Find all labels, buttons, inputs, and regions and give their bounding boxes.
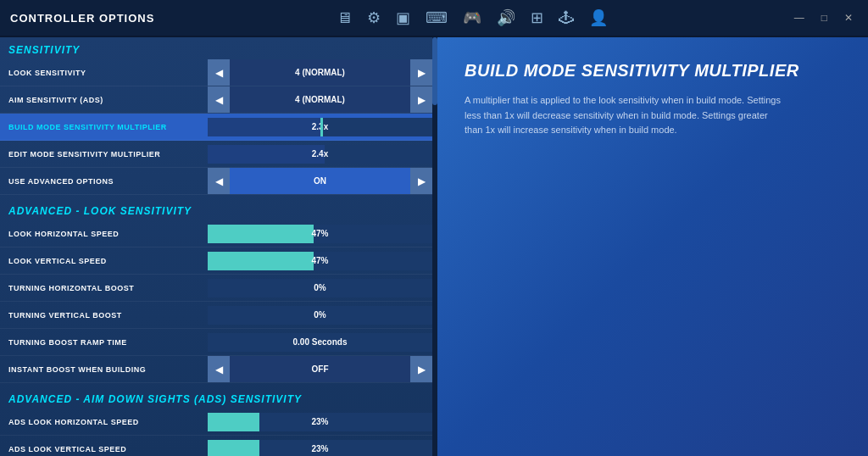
- aim-sensitivity-label: AIM SENSITIVITY (ADS): [0, 96, 208, 104]
- ads-look-horizontal-speed-fill: [208, 413, 259, 431]
- look-sensitivity-left-arrow[interactable]: ◀: [208, 59, 230, 86]
- look-vertical-speed-value: 47%: [311, 256, 328, 265]
- instant-boost-value: OFF: [230, 356, 410, 382]
- edit-mode-sensitivity-control[interactable]: 2.4x: [208, 141, 432, 167]
- advanced-ads-section-header: ADVANCED - AIM DOWN SIGHTS (ADS) SENSITI…: [0, 383, 432, 409]
- use-advanced-options-label: USE ADVANCED OPTIONS: [0, 177, 208, 186]
- instant-boost-building-label: INSTANT BOOST WHEN BUILDING: [0, 365, 208, 374]
- look-vertical-speed-track[interactable]: 47%: [208, 252, 432, 270]
- ads-look-vertical-speed-track[interactable]: 23%: [208, 440, 432, 457]
- title-bar: CONTROLLER OPTIONS 🖥 ⚙ ▣ ⌨ 🎮 🔊 ⊞ 🕹 👤 — □…: [0, 0, 868, 37]
- main-content: SENSITIVITY LOOK SENSITIVITY ◀ 4 (NORMAL…: [0, 37, 868, 456]
- look-horizontal-speed-track[interactable]: 47%: [208, 225, 432, 243]
- edit-mode-sensitivity-track[interactable]: 2.4x: [208, 145, 432, 164]
- look-sensitivity-right-arrow[interactable]: ▶: [410, 59, 432, 86]
- look-vertical-speed-control[interactable]: 47%: [208, 247, 432, 274]
- audio-icon[interactable]: 🔊: [497, 8, 515, 27]
- edit-mode-sensitivity-row: EDIT MODE SENSITIVITY MULTIPLIER 2.4x: [0, 141, 432, 168]
- right-panel: BUILD MODE SENSITIVITY MULTIPLIER A mult…: [437, 37, 868, 456]
- instant-boost-left-arrow[interactable]: ◀: [208, 356, 230, 382]
- turning-vertical-boost-value: 0%: [314, 310, 326, 320]
- aim-sensitivity-value: 4 (NORMAL): [230, 86, 410, 113]
- turning-vertical-boost-row: TURNING VERTICAL BOOST 0%: [0, 302, 432, 329]
- turning-vertical-boost-track[interactable]: 0%: [208, 306, 432, 325]
- scrollbar-thumb[interactable]: [432, 37, 437, 105]
- window-title: CONTROLLER OPTIONS: [10, 12, 154, 25]
- ads-look-vertical-speed-label: ADS LOOK VERTICAL SPEED: [0, 445, 208, 453]
- display-icon[interactable]: ▣: [396, 8, 410, 27]
- sensitivity-section-header: SENSITIVITY: [0, 37, 432, 59]
- turning-horizontal-boost-label: TURNING HORIZONTAL BOOST: [0, 284, 208, 292]
- ads-look-horizontal-speed-control[interactable]: 23%: [208, 409, 432, 435]
- turning-horizontal-boost-control[interactable]: 0%: [208, 275, 432, 301]
- keyboard-icon[interactable]: ⌨: [426, 8, 448, 27]
- build-mode-sensitivity-label: BUILD MODE SENSITIVITY MULTIPLIER: [0, 123, 208, 131]
- window-controls: — □ ✕: [789, 10, 858, 25]
- instant-boost-right-arrow[interactable]: ▶: [410, 356, 432, 382]
- look-vertical-speed-row: LOOK VERTICAL SPEED 47%: [0, 247, 432, 275]
- account-icon[interactable]: 👤: [589, 8, 608, 27]
- edit-mode-sensitivity-label: EDIT MODE SENSITIVITY MULTIPLIER: [0, 150, 208, 158]
- aim-sensitivity-right-arrow[interactable]: ▶: [410, 86, 432, 113]
- advanced-options-right-arrow[interactable]: ▶: [410, 168, 432, 194]
- detail-description: A multiplier that is applied to the look…: [465, 93, 787, 138]
- close-button[interactable]: ✕: [839, 10, 858, 25]
- look-vertical-speed-fill: [208, 252, 314, 270]
- look-vertical-speed-label: LOOK VERTICAL SPEED: [0, 257, 208, 265]
- scrollbar[interactable]: [432, 37, 437, 456]
- turning-boost-ramp-time-value: 0.00 Seconds: [293, 337, 348, 347]
- aim-sensitivity-left-arrow[interactable]: ◀: [208, 86, 230, 113]
- look-sensitivity-value: 4 (NORMAL): [230, 59, 410, 86]
- ads-look-horizontal-speed-track[interactable]: 23%: [208, 413, 432, 431]
- build-mode-sensitivity-row: BUILD MODE SENSITIVITY MULTIPLIER 2.3x: [0, 114, 432, 141]
- advanced-options-left-arrow[interactable]: ◀: [208, 168, 230, 194]
- advanced-look-section-header: ADVANCED - LOOK SENSITIVITY: [0, 195, 432, 220]
- advanced-options-value: ON: [230, 168, 410, 194]
- instant-boost-building-row: INSTANT BOOST WHEN BUILDING ◀ OFF ▶: [0, 356, 432, 383]
- look-horizontal-speed-label: LOOK HORIZONTAL SPEED: [0, 230, 208, 238]
- minimize-button[interactable]: —: [789, 10, 810, 25]
- ads-look-vertical-speed-row: ADS LOOK VERTICAL SPEED 23%: [0, 436, 432, 456]
- nav-icons: 🖥 ⚙ ▣ ⌨ 🎮 🔊 ⊞ 🕹 👤: [337, 8, 608, 27]
- use-advanced-options-control[interactable]: ◀ ON ▶: [208, 168, 432, 194]
- ads-look-horizontal-speed-label: ADS LOOK HORIZONTAL SPEED: [0, 418, 208, 426]
- build-mode-sensitivity-control[interactable]: 2.3x: [208, 114, 432, 140]
- edit-mode-sensitivity-fill: [208, 145, 325, 164]
- look-sensitivity-label: LOOK SENSITIVITY: [0, 69, 208, 77]
- build-mode-sensitivity-track[interactable]: 2.3x: [208, 118, 432, 136]
- look-horizontal-speed-control[interactable]: 47%: [208, 220, 432, 247]
- turning-horizontal-boost-value: 0%: [314, 283, 326, 292]
- look-sensitivity-control[interactable]: ◀ 4 (NORMAL) ▶: [208, 59, 432, 86]
- left-panel: SENSITIVITY LOOK SENSITIVITY ◀ 4 (NORMAL…: [0, 37, 432, 456]
- look-horizontal-speed-fill: [208, 225, 314, 243]
- turning-boost-ramp-time-row: TURNING BOOST RAMP TIME 0.00 Seconds: [0, 329, 432, 356]
- aim-sensitivity-control[interactable]: ◀ 4 (NORMAL) ▶: [208, 86, 432, 113]
- use-advanced-options-row: USE ADVANCED OPTIONS ◀ ON ▶: [0, 168, 432, 195]
- turning-horizontal-boost-track[interactable]: 0%: [208, 279, 432, 298]
- turning-boost-ramp-time-control[interactable]: 0.00 Seconds: [208, 329, 432, 355]
- turning-vertical-boost-control[interactable]: 0%: [208, 302, 432, 328]
- ads-look-vertical-speed-value: 23%: [311, 444, 328, 453]
- aim-sensitivity-row: AIM SENSITIVITY (ADS) ◀ 4 (NORMAL) ▶: [0, 86, 432, 114]
- ads-look-horizontal-speed-value: 23%: [311, 417, 328, 426]
- turning-boost-ramp-time-label: TURNING BOOST RAMP TIME: [0, 338, 208, 347]
- gear-icon[interactable]: ⚙: [367, 8, 381, 27]
- controller-active-icon[interactable]: 🎮: [463, 8, 481, 27]
- detail-title: BUILD MODE SENSITIVITY MULTIPLIER: [465, 61, 841, 80]
- edit-mode-sensitivity-value: 2.4x: [312, 149, 328, 158]
- look-sensitivity-row: LOOK SENSITIVITY ◀ 4 (NORMAL) ▶: [0, 59, 432, 86]
- instant-boost-building-control[interactable]: ◀ OFF ▶: [208, 356, 432, 382]
- monitor-icon[interactable]: 🖥: [337, 9, 352, 27]
- ads-look-horizontal-speed-row: ADS LOOK HORIZONTAL SPEED 23%: [0, 409, 432, 436]
- ads-look-vertical-speed-control[interactable]: 23%: [208, 436, 432, 456]
- look-horizontal-speed-value: 47%: [311, 229, 328, 238]
- turning-vertical-boost-label: TURNING VERTICAL BOOST: [0, 311, 208, 320]
- maximize-button[interactable]: □: [816, 10, 832, 25]
- look-horizontal-speed-row: LOOK HORIZONTAL SPEED 47%: [0, 220, 432, 247]
- network-icon[interactable]: ⊞: [531, 8, 543, 27]
- build-mode-sensitivity-marker: [320, 118, 323, 136]
- ads-look-vertical-speed-fill: [208, 440, 259, 457]
- turning-boost-ramp-time-track[interactable]: 0.00 Seconds: [208, 333, 432, 352]
- turning-horizontal-boost-row: TURNING HORIZONTAL BOOST 0%: [0, 275, 432, 302]
- gamepad-icon[interactable]: 🕹: [559, 9, 574, 27]
